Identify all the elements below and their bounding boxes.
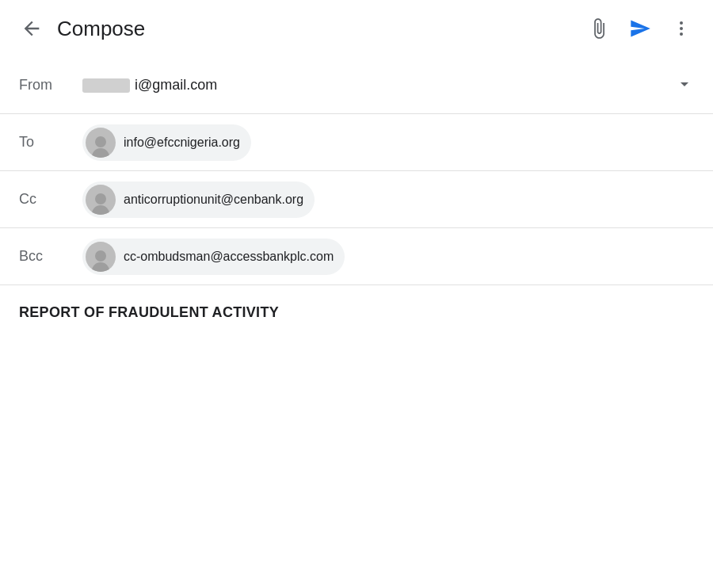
header-actions <box>580 10 700 48</box>
from-dropdown-button[interactable] <box>675 74 694 97</box>
header: Compose <box>0 0 713 57</box>
avatar-head <box>95 250 106 262</box>
send-button[interactable] <box>621 10 659 48</box>
page-title: Compose <box>57 17 580 41</box>
cc-avatar <box>86 185 116 215</box>
bcc-avatar <box>86 242 116 272</box>
to-email: info@efccnigeria.org <box>124 136 240 150</box>
attach-icon <box>588 17 610 40</box>
svg-point-2 <box>680 32 683 36</box>
cc-field-row: Cc anticorruptionunit@cenbank.org <box>0 171 713 228</box>
subject-area[interactable]: REPORT OF FRAUDULENT ACTIVITY <box>0 285 713 334</box>
from-email-suffix: i@gmail.com <box>135 77 217 94</box>
avatar-body <box>92 148 109 158</box>
more-options-icon <box>672 19 691 38</box>
to-field-row: To info@efccnigeria.org <box>0 114 713 171</box>
cc-label: Cc <box>19 191 82 208</box>
to-label: To <box>19 134 82 151</box>
bcc-field-row: Bcc cc-ombudsman@accessbankplc.com <box>0 228 713 285</box>
from-email-blurred <box>82 78 130 93</box>
subject-text: REPORT OF FRAUDULENT ACTIVITY <box>19 304 279 320</box>
attach-button[interactable] <box>580 10 618 48</box>
from-email-value[interactable]: i@gmail.com <box>82 77 694 94</box>
chevron-down-icon <box>675 74 694 94</box>
to-avatar-person-icon <box>86 128 116 158</box>
cc-avatar-person-icon <box>86 185 116 215</box>
more-options-button[interactable] <box>662 10 700 48</box>
avatar-head <box>95 136 106 147</box>
avatar-body <box>92 205 109 215</box>
from-label: From <box>19 77 82 94</box>
bcc-label: Bcc <box>19 248 82 265</box>
avatar-body <box>92 262 109 272</box>
bcc-email: cc-ombudsman@accessbankplc.com <box>124 250 334 264</box>
to-avatar <box>86 128 116 158</box>
avatar-head <box>95 193 106 204</box>
cc-email: anticorruptionunit@cenbank.org <box>124 193 303 207</box>
bcc-recipient-chip[interactable]: cc-ombudsman@accessbankplc.com <box>82 239 345 275</box>
compose-form: From i@gmail.com To info@efccnigeria.org… <box>0 57 713 334</box>
to-recipient-chip[interactable]: info@efccnigeria.org <box>82 124 251 161</box>
from-field-row: From i@gmail.com <box>0 57 713 114</box>
back-arrow-icon <box>21 17 43 40</box>
bcc-avatar-person-icon <box>86 242 116 272</box>
send-icon <box>629 17 651 40</box>
cc-recipient-chip[interactable]: anticorruptionunit@cenbank.org <box>82 181 315 218</box>
back-button[interactable] <box>13 10 51 48</box>
svg-point-0 <box>680 21 683 25</box>
svg-point-1 <box>680 27 683 30</box>
